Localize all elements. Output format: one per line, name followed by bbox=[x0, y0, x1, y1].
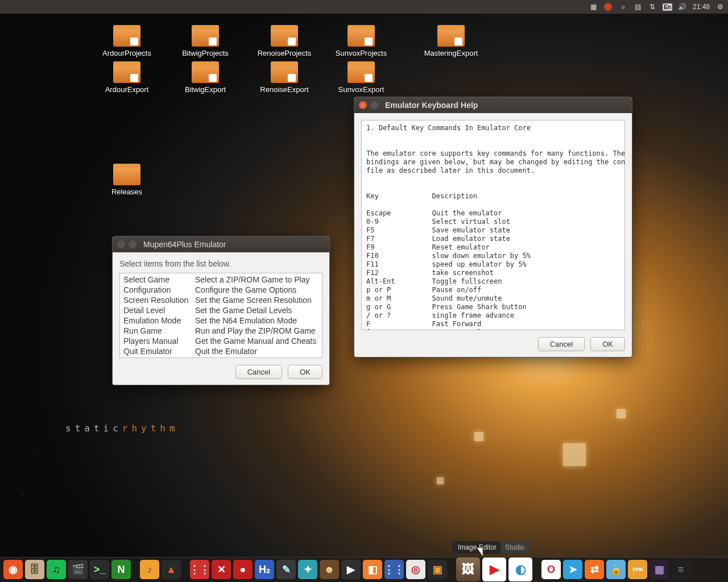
desktop-folder[interactable]: Releases bbox=[90, 164, 164, 196]
dock-tele-icon[interactable]: ➤ bbox=[563, 560, 582, 579]
folder-icon bbox=[192, 25, 219, 47]
folder-label: RenoiseExport bbox=[247, 85, 321, 94]
dock-opera-icon[interactable]: O bbox=[541, 560, 561, 579]
dock-n64-icon[interactable]: N bbox=[111, 560, 131, 579]
minimize-icon[interactable] bbox=[129, 240, 136, 248]
window-title: Mupen64Plus Emulator bbox=[143, 240, 226, 249]
dock-tooltip-secondary: Studio bbox=[500, 541, 529, 554]
dock-h2-icon[interactable]: H₂ bbox=[255, 560, 274, 579]
folder-label: RenoiseProjects bbox=[247, 49, 321, 57]
mupen-dialog: Mupen64Plus Emulator Select items from t… bbox=[112, 236, 330, 385]
list-item[interactable]: Quit EmulatorQuit the Emulator bbox=[120, 346, 322, 356]
list-item[interactable]: Emulation ModeSet the N64 Emulation Mode bbox=[120, 315, 322, 326]
dock-tooltip: Image Editor bbox=[452, 541, 502, 554]
dock-youtube-icon[interactable]: ▶ bbox=[482, 558, 506, 581]
folder-icon bbox=[192, 61, 219, 83]
cancel-button[interactable]: Cancel bbox=[538, 337, 585, 351]
dock-brown1-icon[interactable]: ☻ bbox=[320, 560, 339, 579]
desktop-folder[interactable]: BitwigExport bbox=[168, 61, 242, 94]
record-icon[interactable] bbox=[603, 2, 613, 11]
desktop-folder[interactable]: RenoiseExport bbox=[247, 61, 321, 94]
list-prompt: Select items from the list below. bbox=[119, 259, 322, 268]
close-icon[interactable] bbox=[117, 240, 125, 248]
item-desc: Configure the Game Options bbox=[195, 285, 296, 294]
item-key: Emulation Mode bbox=[123, 316, 195, 325]
dock-slides-icon[interactable]: ▣ bbox=[428, 560, 447, 579]
dock-white1-icon[interactable]: ◎ bbox=[406, 560, 425, 579]
dock-photos-icon[interactable]: 🖼 bbox=[456, 558, 480, 581]
dock: ◉🗄♫🎬>_N♪▲⋮⋮✕●H₂✎✦☻▶◧⋮⋮◎▣🖼▶◐O➤⇄🔒VPN▦≡ bbox=[0, 557, 728, 582]
list-item[interactable]: Players ManualGet the Game Manual and Ch… bbox=[120, 336, 322, 346]
help-dialog: Emulator Keyboard Help 1. Default Key Co… bbox=[354, 97, 632, 357]
network-wireless-icon[interactable]: ⟐ bbox=[618, 2, 627, 11]
option-list[interactable]: Select GameSelect a ZIP/ROM Game to Play… bbox=[119, 273, 322, 358]
window-title: Emulator Keyboard Help bbox=[385, 101, 478, 110]
dock-dark2-icon[interactable]: ≡ bbox=[671, 560, 690, 579]
dock-files-icon[interactable]: 🗄 bbox=[25, 560, 44, 579]
clock[interactable]: 21:48 bbox=[693, 3, 710, 11]
item-desc: Get the Game Manual and Cheats bbox=[195, 336, 316, 346]
dock-people-icon[interactable]: ⋮⋮ bbox=[384, 560, 404, 579]
apps-icon[interactable]: ▦ bbox=[589, 2, 598, 11]
dock-orange1-icon[interactable]: ◧ bbox=[363, 560, 382, 579]
gear-icon[interactable]: ⚙ bbox=[715, 2, 725, 11]
item-key: Players Manual bbox=[123, 336, 195, 346]
desktop-folder[interactable]: RenoiseProjects bbox=[247, 25, 321, 57]
dock-music1-icon[interactable]: ♪ bbox=[140, 560, 159, 579]
minimize-icon[interactable] bbox=[370, 101, 378, 109]
desktop-folder[interactable]: BitwigProjects bbox=[168, 25, 242, 57]
volume-icon[interactable]: 🔊 bbox=[678, 2, 687, 11]
folder-label: BitwigProjects bbox=[168, 49, 242, 57]
dock-orange2-icon[interactable]: ⇄ bbox=[585, 560, 604, 579]
folder-label: SunvoxProjects bbox=[324, 49, 398, 57]
dock-spotify-icon[interactable]: ♫ bbox=[47, 560, 66, 579]
desktop-folder[interactable]: MasteringExport bbox=[414, 25, 488, 57]
item-desc: Set the Game Detail Levels bbox=[195, 306, 292, 315]
folder-label: ArdourExport bbox=[90, 85, 164, 94]
dock-vpn-icon[interactable]: VPN bbox=[628, 560, 647, 579]
desktop-folder[interactable]: SunvoxProjects bbox=[324, 25, 398, 57]
item-desc: Run and Play the ZIP/ROM Game bbox=[195, 326, 316, 335]
cancel-button[interactable]: Cancel bbox=[235, 365, 282, 379]
desktop-folder[interactable]: ArdourProjects bbox=[90, 25, 164, 57]
folder-icon bbox=[113, 164, 140, 185]
ok-button[interactable]: OK bbox=[288, 365, 322, 379]
dock-lock-icon[interactable]: 🔒 bbox=[606, 560, 626, 579]
dock-cyan1-icon[interactable]: ✦ bbox=[298, 560, 317, 579]
network-updown-icon[interactable]: ⇅ bbox=[648, 2, 657, 11]
list-item[interactable]: Screen ResolutionSet the Game Screen Res… bbox=[120, 295, 322, 305]
keyboard-lang[interactable]: En bbox=[663, 3, 672, 11]
dock-terminal-icon[interactable]: >_ bbox=[90, 560, 109, 579]
folder-icon bbox=[437, 25, 465, 47]
list-item[interactable]: Run GameRun and Play the ZIP/ROM Game bbox=[120, 326, 322, 336]
item-key: Configuration bbox=[123, 285, 195, 294]
folder-icon bbox=[113, 61, 140, 83]
ok-button[interactable]: OK bbox=[590, 337, 625, 351]
calendar-icon[interactable]: ▤ bbox=[633, 2, 642, 11]
dock-shutter-icon[interactable]: ◐ bbox=[508, 558, 532, 581]
help-text[interactable]: 1. Default Key Commands In Emulator Core… bbox=[361, 120, 625, 330]
folder-label: SunvoxExport bbox=[324, 85, 398, 94]
desktop-folder[interactable]: SunvoxExport bbox=[324, 61, 398, 94]
dock-video1-icon[interactable]: 🎬 bbox=[68, 560, 88, 579]
folder-label: BitwigExport bbox=[168, 85, 242, 94]
help-titlebar[interactable]: Emulator Keyboard Help bbox=[354, 97, 632, 113]
close-icon[interactable] bbox=[359, 101, 367, 109]
dock-bitwig-icon[interactable]: ▲ bbox=[162, 560, 181, 579]
dock-text-icon[interactable]: ✎ bbox=[276, 560, 296, 579]
mupen-titlebar[interactable]: Mupen64Plus Emulator bbox=[113, 236, 329, 252]
dock-red2-icon[interactable]: ✕ bbox=[212, 560, 231, 579]
dock-red1-icon[interactable]: ⋮⋮ bbox=[190, 560, 209, 579]
dock-video2-icon[interactable]: ▶ bbox=[341, 560, 361, 579]
desktop-folder[interactable]: ArdourExport bbox=[90, 61, 164, 94]
item-desc: Quit the Emulator bbox=[195, 347, 257, 356]
item-key: Run Game bbox=[123, 326, 195, 335]
dock-dark1-icon[interactable]: ▦ bbox=[650, 560, 669, 579]
dock-ubuntu-icon[interactable]: ◉ bbox=[3, 560, 23, 579]
list-item[interactable]: Detail LevelSet the Game Detail Levels bbox=[120, 305, 322, 315]
list-item[interactable]: Select GameSelect a ZIP/ROM Game to Play bbox=[120, 275, 322, 285]
dock-red3-icon[interactable]: ● bbox=[233, 560, 253, 579]
list-item[interactable]: ConfigurationConfigure the Game Options bbox=[120, 285, 322, 295]
item-key: Select Game bbox=[123, 275, 195, 284]
item-key: Screen Resolution bbox=[123, 296, 195, 305]
